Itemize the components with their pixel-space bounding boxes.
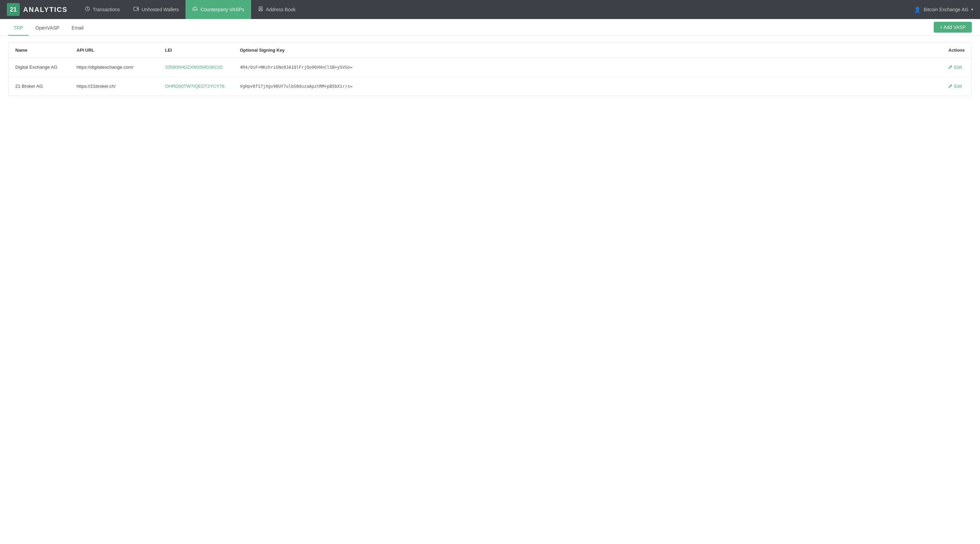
transactions-icon [85,6,90,11]
nav-item-transactions[interactable]: Transactions [78,0,127,19]
cell-actions: Edit [937,58,972,77]
address-book-icon [258,6,263,11]
cell-api-url: https://21broker.ch/ [70,77,158,96]
cell-actions: Edit [937,77,972,96]
nav-item-address-book[interactable]: Address Book [251,0,302,19]
vasps-table: Name API URL LEI Optional Signing Key Ac… [8,43,972,95]
table-header-row: Name API URL LEI Optional Signing Key Ac… [8,43,972,58]
cell-signing-key: VgHpv0f17jXgv90UY7ulbS0duzaApztRM+pB5bX1… [233,77,937,96]
tabs-bar: TRPOpenVASPEmail + Add VASP [0,19,980,36]
user-name: Bitcoin Exchange AG [924,7,969,12]
cell-name: Digital Exchange AG [8,58,70,77]
tab-email[interactable]: Email [66,19,89,35]
nav-items: TransactionsUnhosted WalletsCounterparty… [78,0,914,19]
user-icon: 👤 [914,6,921,13]
tab-trp[interactable]: TRP [8,19,29,35]
col-header-signing: Optional Signing Key [233,43,937,58]
col-header-name: Name [8,43,70,58]
table-row: Digital Exchange AG https://digitalexcha… [8,58,972,77]
cell-api-url: https://digitalexchange.com/ [70,58,158,77]
wallet-icon [134,6,139,11]
user-menu[interactable]: 👤 Bitcoin Exchange AG ▾ [914,6,973,13]
nav-item-counterparty-vasps[interactable]: Counterparty VASPs [185,0,251,19]
brand-name: ANALYTICS [23,6,68,14]
cell-name: 21 Broker AG [8,77,70,96]
edit-icon [948,84,953,89]
table-row: 21 Broker AG https://21broker.ch/ OHRD00… [8,77,972,96]
add-vasp-button[interactable]: + Add VASP [934,22,972,33]
lei-link[interactable]: OHRD00TW7IQEDT2YCY76 [165,84,224,89]
cell-lei[interactable]: OHRD00TW7IQEDT2YCY76 [158,77,233,96]
brand-logo: 21 [7,3,20,16]
edit-icon [948,65,953,69]
col-header-api: API URL [70,43,158,58]
brand: 21 ANALYTICS [7,3,68,16]
lei-link[interactable]: 335800HGZXM35MD36C02 [165,65,223,70]
nav-item-unhosted-wallets[interactable]: Unhosted Wallets [127,0,185,19]
navbar: 21 ANALYTICS TransactionsUnhosted Wallet… [0,0,980,19]
col-header-lei: LEI [158,43,233,58]
cell-lei[interactable]: 335800HGZXM35MD36C02 [158,58,233,77]
cell-signing-key: 4R4/QsF+NKzhriGNo9JA1QlFrjQo9QVHnClSB+yS… [233,58,937,77]
svg-point-4 [260,8,261,9]
edit-button-row-0[interactable]: Edit [945,63,965,71]
edit-button-row-1[interactable]: Edit [945,82,965,90]
col-header-actions: Actions [937,43,972,58]
svg-rect-2 [137,8,138,10]
chevron-down-icon: ▾ [971,7,973,12]
building-icon [192,6,198,11]
tab-openvasp[interactable]: OpenVASP [30,19,65,35]
table-container: Name API URL LEI Optional Signing Key Ac… [8,43,972,96]
page-content: TRPOpenVASPEmail + Add VASP Name API URL… [0,19,980,544]
